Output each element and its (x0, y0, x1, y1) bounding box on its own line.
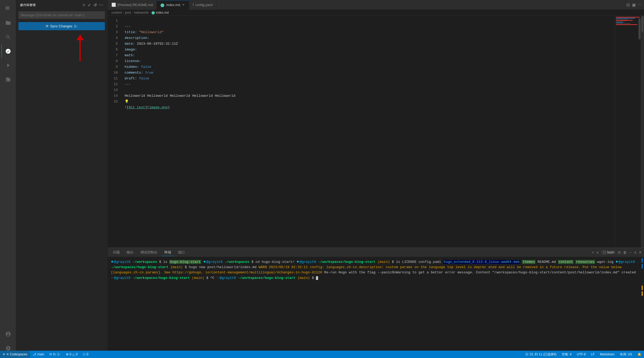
term-user-1: @grayit0 (114, 260, 130, 264)
panel-tab-output[interactable]: 输出 (124, 249, 137, 256)
line-num-4: 4 (110, 35, 118, 41)
status-errors[interactable]: ⊗ 0 △ 0 (63, 351, 80, 358)
activity-bar (0, 0, 16, 358)
sidebar-item-source-control[interactable] (1, 45, 14, 58)
status-spaces[interactable]: 空格: 4 (559, 351, 574, 358)
line-num-10: 10 (110, 70, 118, 76)
term-cmd-1: $ ls (159, 260, 167, 264)
term-dot-2: ● (203, 259, 206, 264)
sidebar-item-account[interactable] (1, 328, 14, 341)
line-num-14: 14 (110, 93, 118, 99)
svg-point-3 (6, 51, 7, 52)
panel-split-icon[interactable]: ⊟ (618, 250, 621, 254)
term-cursor (316, 276, 318, 280)
panel-tab-debug[interactable]: 调试控制台 (137, 249, 161, 256)
status-ports[interactable]: ⬡ 0 (80, 351, 91, 358)
tab-bar-actions: ⊟ ▣ ··· (624, 2, 644, 7)
sidebar-list-icon[interactable]: ≡ (83, 3, 85, 8)
sidebar-item-run[interactable] (1, 59, 14, 72)
status-layout[interactable]: 布局: US (617, 351, 635, 358)
term-path-4: →/workspaces/hugo-blog-start (111, 265, 168, 269)
split-editor-icon[interactable]: ⊟ (626, 2, 630, 7)
svg-rect-0 (6, 7, 9, 7)
panel-add-icon[interactable]: + (592, 250, 594, 254)
status-codespaces[interactable]: ✕ ✕ Codespaces (0, 351, 30, 358)
line-num-9: 9 (110, 64, 118, 70)
editor-code[interactable]: --- title: "Helloworld" description: dat… (121, 16, 615, 248)
errors-icon: ⊗ (66, 352, 69, 356)
line-num-15: 15 (110, 99, 118, 105)
svg-point-4 (9, 50, 10, 51)
panel-close-icon[interactable]: ✕ (639, 250, 642, 254)
sidebar-item-explorer[interactable] (1, 16, 14, 29)
panel-tab-terminal[interactable]: 终端 (161, 249, 174, 256)
status-branch[interactable]: ⎇ main (30, 351, 47, 358)
panel-tab-problems[interactable]: 问题 (110, 249, 123, 256)
status-sync[interactable]: ⟳ 0↕ 1↑ (47, 351, 63, 358)
minimap-scrollbar-thumb[interactable] (638, 18, 641, 39)
status-encoding[interactable]: UTF-8 (574, 351, 588, 358)
panel-collapse-icon[interactable]: ∧ (634, 250, 637, 254)
scrollbar-thumb[interactable] (641, 16, 643, 32)
sidebar-item-search[interactable] (1, 30, 14, 44)
panel-trash-icon[interactable]: 🗑 (623, 250, 627, 254)
panel-chevron-icon[interactable]: ∨ (596, 250, 599, 254)
term-cmd-6: $ (312, 276, 316, 280)
commit-message-input[interactable] (18, 11, 105, 19)
status-notifications[interactable]: 🔔 (635, 351, 644, 358)
minimap-content (615, 16, 641, 26)
sidebar-check-icon[interactable]: ✓ (88, 3, 91, 8)
term-dot-1: ● (111, 259, 114, 264)
breadcrumb-post[interactable]: post (125, 11, 131, 14)
term-path-2: →/workspaces (225, 260, 249, 264)
line-num-12: 12 (110, 81, 118, 87)
sync-icon: ⟳ (46, 24, 49, 28)
tab-preview-readme[interactable]: ⬜ [Preview] README.md (108, 0, 157, 10)
minimap-line (616, 17, 640, 18)
editor-scrollbar[interactable] (641, 16, 644, 248)
minimap-line (616, 22, 623, 23)
terminal-scrollbar[interactable] (640, 257, 644, 358)
term-path-5: →/workspaces/hugo-blog-start (132, 276, 190, 280)
line-num-5: 5 (110, 41, 118, 47)
breadcrumb-helloworld[interactable]: helloworld (134, 11, 148, 14)
panel-tab-ports[interactable]: 端口 (175, 249, 188, 256)
spaces-label: 空格: 4 (562, 352, 571, 357)
minimap-line (616, 18, 635, 19)
term-user-3: @grayit0 (300, 260, 316, 264)
sidebar-refresh-icon[interactable]: ↺ (93, 3, 97, 8)
breadcrumb-content[interactable]: content (111, 11, 122, 14)
sidebar-item-menu[interactable] (1, 2, 14, 15)
line-num-11: 11 (110, 76, 118, 81)
tab-index-md[interactable]: ⬤ index.md ✕ (157, 0, 189, 10)
line-num-7: 7 (110, 53, 118, 58)
panel-actions: + ∨ ⬛ bash ⊟ 🗑 ··· ∧ ✕ (592, 250, 642, 255)
breadcrumb-current[interactable]: index.md (156, 11, 169, 14)
panel-bash-icon: ⬛ bash (601, 250, 616, 255)
config-yaml-icon: ! (193, 3, 194, 7)
status-position[interactable]: 行 15, 列 11 (已选择8) (523, 351, 559, 358)
layout-label: 布局: US (620, 352, 632, 357)
ports-label: 0 (86, 352, 88, 356)
terminal-content[interactable]: ●@grayit0 →/workspaces $ ls hugo-blog-st… (108, 257, 640, 358)
status-eol[interactable]: LF (588, 351, 597, 358)
sync-changes-button[interactable]: ⟳ Sync Changes 1↑ (18, 22, 105, 30)
tab-config-yaml[interactable]: ! config.yaml (189, 0, 217, 10)
editor-layout-icon[interactable]: ▣ (632, 2, 636, 7)
tab-preview-readme-label: [Preview] README.md (117, 3, 153, 7)
sidebar-title: 源代码管理 (20, 3, 36, 7)
encoding-label: UTF-8 (577, 352, 586, 356)
more-actions-icon[interactable]: ··· (638, 2, 641, 7)
term-dot-3: ● (297, 259, 299, 264)
sidebar-item-extensions[interactable] (1, 73, 14, 86)
term-files-1: LICENSE config.yaml hugo_extended_0.113.… (402, 260, 614, 264)
status-language[interactable]: Markdown (597, 351, 617, 358)
sidebar-more-icon[interactable]: ··· (99, 3, 103, 8)
line-num-6: 6 (110, 47, 118, 53)
line-num-8: 8 (110, 58, 118, 64)
term-user-6: @grayit0 (219, 276, 236, 280)
tab-index-md-close[interactable]: ✕ (182, 3, 185, 7)
panel-more-icon[interactable]: ··· (629, 250, 632, 254)
term-dot-4: ● (616, 259, 618, 264)
term-cmd-5: $ ^C (206, 276, 214, 280)
